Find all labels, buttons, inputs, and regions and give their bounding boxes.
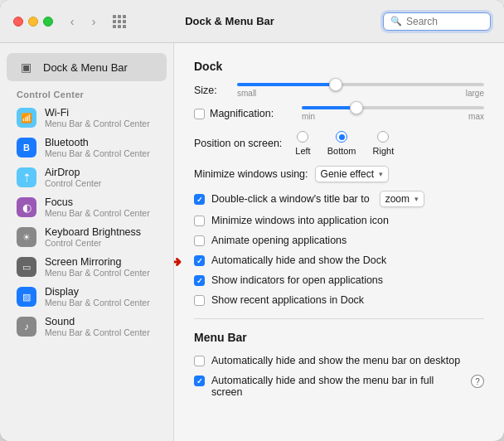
window-title: Dock & Menu Bar <box>86 15 373 27</box>
checkbox-row-auto-hide: ➜ Automatically hide and show the Dock <box>194 254 484 267</box>
close-button[interactable] <box>13 17 23 27</box>
control-center-header: Control Center <box>0 81 173 103</box>
sidebar-item-dock[interactable]: ▣ Dock & Menu Bar <box>7 53 167 81</box>
sidebar-item-wifi[interactable]: 📶 Wi-Fi Menu Bar & Control Center <box>7 103 167 133</box>
double-click-label: Double-click a window's title bar to <box>211 193 370 205</box>
checkbox-row-indicators: Show indicators for open applications <box>194 274 484 287</box>
dock-section-title: Dock <box>194 60 484 73</box>
position-bottom[interactable]: Bottom <box>327 131 356 156</box>
position-label: Position on screen: <box>194 138 282 149</box>
search-input[interactable] <box>406 16 481 27</box>
minimize-effect-dropdown[interactable]: Genie effect ▾ <box>315 166 390 182</box>
minimize-app-label: Minimize windows into application icon <box>211 215 389 226</box>
sidebar: ▣ Dock & Menu Bar Control Center 📶 Wi-Fi… <box>0 43 174 441</box>
mag-slider-container: min max <box>302 106 484 121</box>
sound-text: Sound Menu Bar & Control Center <box>45 316 150 337</box>
position-right-radio[interactable] <box>377 131 389 143</box>
minimize-app-checkbox[interactable] <box>194 216 205 226</box>
position-radio-group: Left Bottom Right <box>295 131 394 156</box>
sidebar-main-label: Dock & Menu Bar <box>43 61 128 74</box>
bluetooth-icon: B <box>17 138 36 158</box>
auto-hide-checkbox[interactable] <box>194 255 205 266</box>
animate-checkbox[interactable] <box>194 235 205 246</box>
dropdown-arrow-icon: ▾ <box>379 170 383 178</box>
display-icon: ▨ <box>17 287 36 307</box>
traffic-lights <box>13 17 53 27</box>
position-bottom-label: Bottom <box>327 146 356 156</box>
menu-bar-checkbox-row-2: Automatically hide and show the menu bar… <box>194 374 484 399</box>
zoom-dropdown-arrow-icon: ▾ <box>414 195 419 203</box>
position-right-label: Right <box>373 146 395 156</box>
sidebar-item-airdrop[interactable]: ⇡ AirDrop Control Center <box>7 162 167 192</box>
system-preferences-window: ‹ › Dock & Menu Bar 🔍 ▣ Dock & Menu Bar … <box>0 0 504 441</box>
size-slider-labels: small large <box>237 89 484 98</box>
size-row: Size: small large <box>194 83 484 98</box>
double-click-checkbox[interactable] <box>194 194 205 205</box>
sidebar-item-display[interactable]: ▨ Display Menu Bar & Control Center <box>7 282 167 312</box>
minimize-button[interactable] <box>28 17 38 27</box>
recent-apps-checkbox[interactable] <box>194 295 205 306</box>
dock-icon: ▣ <box>17 58 35 76</box>
main-content: Dock Size: small large <box>174 43 504 441</box>
search-bar[interactable]: 🔍 <box>383 12 491 31</box>
mag-slider-fill <box>302 106 356 109</box>
checkbox-row-animate: Animate opening applications <box>194 234 484 247</box>
auto-hide-label: Automatically hide and show the Dock <box>211 254 386 266</box>
keyboard-brightness-icon: ☀ <box>17 227 36 247</box>
hide-menubar-fullscreen-label: Automatically hide and show the menu bar… <box>211 375 464 398</box>
double-click-option-value: zoom <box>385 193 410 205</box>
checkbox-row-minimize-app: Minimize windows into application icon <box>194 214 484 227</box>
back-button[interactable]: ‹ <box>63 12 81 31</box>
sidebar-item-mirroring[interactable]: ▭ Screen Mirroring Menu Bar & Control Ce… <box>7 252 167 282</box>
body: ▣ Dock & Menu Bar Control Center 📶 Wi-Fi… <box>0 43 504 441</box>
size-label: Size: <box>194 85 227 96</box>
double-click-row: Double-click a window's title bar to zoo… <box>194 191 484 207</box>
mag-slider-labels: min max <box>302 112 484 121</box>
size-slider-fill <box>237 83 336 86</box>
bluetooth-text: Bluetooth Menu Bar & Control Center <box>45 137 150 158</box>
position-left-radio[interactable] <box>297 131 308 143</box>
focus-text: Focus Menu Bar & Control Center <box>45 196 150 218</box>
display-text: Display Menu Bar & Control Center <box>45 286 150 308</box>
sidebar-item-keyboard[interactable]: ☀ Keyboard Brightness Control Center <box>7 222 167 252</box>
size-slider-track[interactable] <box>237 83 484 86</box>
animate-label: Animate opening applications <box>211 235 346 246</box>
position-left-label: Left <box>295 146 310 156</box>
wifi-icon: 📶 <box>17 108 36 128</box>
indicators-checkbox[interactable] <box>194 275 205 286</box>
mag-slider-track[interactable] <box>302 106 484 109</box>
position-right[interactable]: Right <box>373 131 395 156</box>
sidebar-item-sound[interactable]: ♪ Sound Menu Bar & Control Center <box>7 312 167 342</box>
info-button[interactable]: ? <box>471 375 484 388</box>
sidebar-item-focus[interactable]: ◐ Focus Menu Bar & Control Center <box>7 192 167 222</box>
menu-bar-section-title: Menu Bar <box>194 331 484 344</box>
focus-icon: ◐ <box>17 197 36 217</box>
size-slider-container: small large <box>237 83 484 98</box>
position-left[interactable]: Left <box>295 131 310 156</box>
recent-apps-label: Show recent applications in Dock <box>211 294 364 306</box>
titlebar: ‹ › Dock & Menu Bar 🔍 <box>0 0 504 43</box>
minimize-label: Minimize windows using: <box>194 168 308 180</box>
minimize-row: Minimize windows using: Genie effect ▾ <box>194 166 484 182</box>
sound-icon: ♪ <box>17 317 36 337</box>
dock-checkboxes: Minimize windows into application icon A… <box>194 214 484 307</box>
indicators-label: Show indicators for open applications <box>211 274 383 286</box>
hide-menubar-desktop-checkbox[interactable] <box>194 356 205 366</box>
mag-slider-thumb[interactable] <box>350 101 363 114</box>
section-divider <box>194 318 484 319</box>
size-slider-thumb[interactable] <box>329 78 342 91</box>
screen-mirror-icon: ▭ <box>17 257 36 277</box>
double-click-dropdown[interactable]: zoom ▾ <box>380 191 424 207</box>
position-bottom-radio[interactable] <box>336 131 347 143</box>
hide-menubar-fullscreen-checkbox[interactable] <box>194 376 205 386</box>
minimize-effect-value: Genie effect <box>321 168 375 180</box>
mirroring-text: Screen Mirroring Menu Bar & Control Cent… <box>45 256 150 278</box>
position-row: Position on screen: Left Bottom Right <box>194 131 484 156</box>
magnification-checkbox[interactable] <box>194 109 205 119</box>
annotation-arrow: ➜ <box>174 253 182 271</box>
hide-menubar-desktop-label: Automatically hide and show the menu bar… <box>211 355 460 366</box>
magnification-label: Magnification: <box>210 108 274 119</box>
airdrop-icon: ⇡ <box>17 167 36 187</box>
maximize-button[interactable] <box>43 17 53 27</box>
sidebar-item-bluetooth[interactable]: B Bluetooth Menu Bar & Control Center <box>7 133 167 162</box>
